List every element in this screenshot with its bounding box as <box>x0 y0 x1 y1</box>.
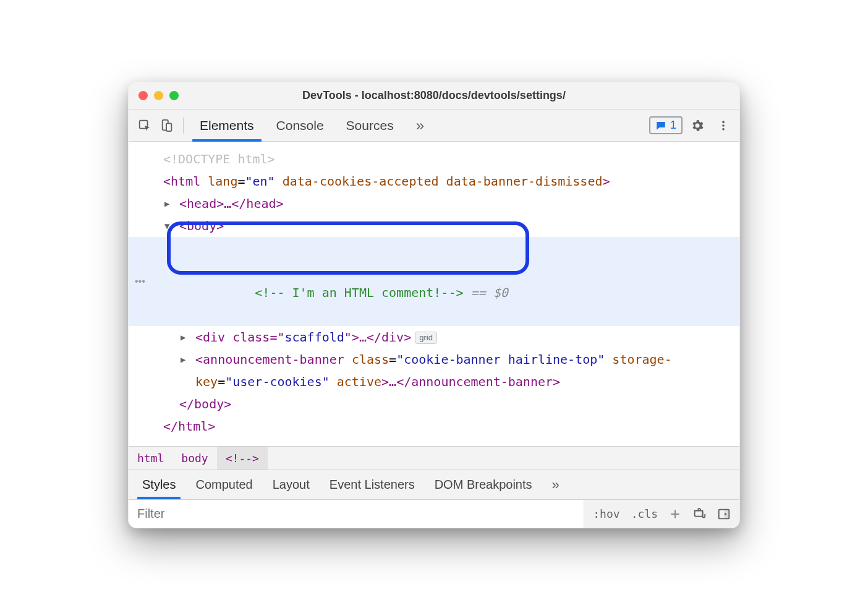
inspect-element-icon[interactable] <box>134 114 156 137</box>
grid-badge[interactable]: grid <box>415 332 437 344</box>
breadcrumb: html body <!--> <box>129 446 739 470</box>
messages-button[interactable]: 1 <box>649 116 683 134</box>
dom-head[interactable]: ▶<head>…</head> <box>129 192 739 215</box>
subtabs-overflow[interactable]: » <box>547 477 564 493</box>
tab-sources[interactable]: Sources <box>335 110 405 141</box>
dom-html-open[interactable]: <html lang="en" data-cookies-accepted da… <box>129 170 739 192</box>
collapse-arrow-icon[interactable]: ▼ <box>164 215 174 237</box>
cls-toggle[interactable]: .cls <box>629 507 660 520</box>
subtab-computed[interactable]: Computed <box>185 470 262 499</box>
dom-tree[interactable]: <!DOCTYPE html> <html lang="en" data-coo… <box>129 142 739 446</box>
styles-filter-bar: :hov .cls <box>129 499 739 528</box>
subtab-styles[interactable]: Styles <box>132 470 185 499</box>
gutter-dots-icon[interactable]: ••• <box>135 237 145 326</box>
new-style-rule-icon[interactable] <box>666 508 684 520</box>
panel-tabs: Elements Console Sources » <box>189 110 435 141</box>
dom-comment-selected[interactable]: ••• <!-- I'm an HTML comment!--> == $0 <box>129 237 739 326</box>
settings-icon[interactable] <box>686 114 708 137</box>
svg-point-5 <box>722 128 725 131</box>
dom-announcement-banner[interactable]: ▶<announcement-banner class="cookie-bann… <box>129 348 739 393</box>
kebab-menu-icon[interactable] <box>712 114 734 137</box>
tab-console[interactable]: Console <box>265 110 335 141</box>
dom-body-open[interactable]: ▼<body> <box>129 215 739 237</box>
separator <box>183 118 184 134</box>
close-window-button[interactable] <box>138 91 148 100</box>
crumb-body[interactable]: body <box>172 447 216 470</box>
devtools-window: DevTools - localhost:8080/docs/devtools/… <box>128 82 740 528</box>
svg-point-3 <box>722 121 725 123</box>
filter-input[interactable] <box>129 507 584 521</box>
device-toggle-icon[interactable] <box>156 114 178 137</box>
main-toolbar: Elements Console Sources » 1 <box>129 110 739 142</box>
chat-icon <box>655 120 666 131</box>
titlebar: DevTools - localhost:8080/docs/devtools/… <box>129 82 739 110</box>
subtab-layout[interactable]: Layout <box>263 470 320 499</box>
messages-count: 1 <box>670 119 676 132</box>
tab-elements[interactable]: Elements <box>189 110 265 141</box>
subtab-event-listeners[interactable]: Event Listeners <box>320 470 425 499</box>
dom-html-close[interactable]: </html> <box>129 415 739 437</box>
svg-rect-2 <box>166 123 171 131</box>
paint-bucket-icon[interactable] <box>690 507 708 521</box>
window-title: DevTools - localhost:8080/docs/devtools/… <box>129 89 739 102</box>
tabs-overflow[interactable]: » <box>405 110 435 141</box>
minimize-window-button[interactable] <box>154 91 163 100</box>
subtab-dom-breakpoints[interactable]: DOM Breakpoints <box>425 470 542 499</box>
hov-toggle[interactable]: :hov <box>590 507 622 520</box>
expand-arrow-icon[interactable]: ▶ <box>181 348 190 371</box>
styles-subtabs: Styles Computed Layout Event Listeners D… <box>129 470 739 499</box>
expand-arrow-icon[interactable]: ▶ <box>181 326 190 348</box>
filter-controls: :hov .cls <box>584 500 739 528</box>
expand-arrow-icon[interactable]: ▶ <box>164 192 174 215</box>
crumb-html[interactable]: html <box>129 447 172 470</box>
toggle-sidebar-icon[interactable] <box>715 507 733 521</box>
traffic-lights <box>129 91 179 100</box>
crumb-comment[interactable]: <!--> <box>217 447 268 470</box>
fullscreen-window-button[interactable] <box>169 91 179 100</box>
svg-point-4 <box>722 124 725 127</box>
dom-div-scaffold[interactable]: ▶<div class="scaffold">…</div>grid <box>129 326 739 348</box>
dom-doctype[interactable]: <!DOCTYPE html> <box>129 148 739 170</box>
dom-body-close[interactable]: </body> <box>129 393 739 415</box>
